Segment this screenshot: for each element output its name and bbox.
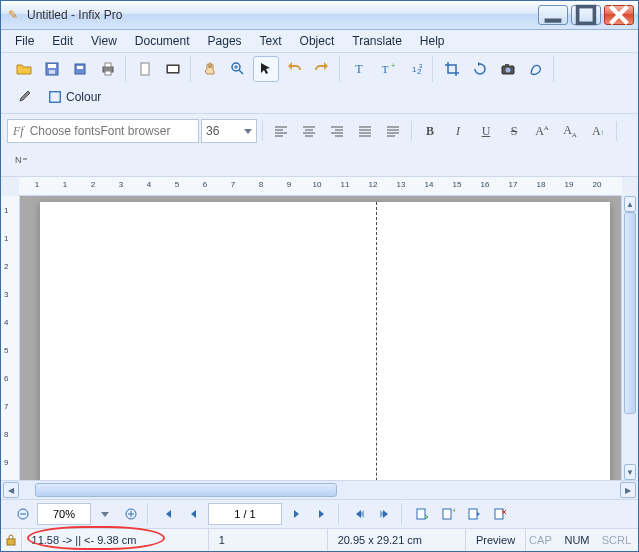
vertical-guide[interactable] <box>376 202 377 480</box>
bold-button[interactable]: B <box>417 118 443 144</box>
ruler-horizontal[interactable]: 11234567891011121314151617181920 <box>19 177 622 196</box>
menu-translate[interactable]: Translate <box>344 32 410 50</box>
svg-rect-56 <box>417 509 425 519</box>
history-back-button[interactable] <box>347 503 371 525</box>
page-landscape-button[interactable] <box>160 56 186 82</box>
crop-tool-button[interactable] <box>439 56 465 82</box>
history-forward-button[interactable] <box>373 503 397 525</box>
svg-rect-1 <box>578 7 595 24</box>
page-delete-button[interactable] <box>488 503 512 525</box>
svg-text:N: N <box>15 155 22 165</box>
menu-view[interactable]: View <box>83 32 125 50</box>
menu-text[interactable]: Text <box>252 32 290 50</box>
menu-document[interactable]: Document <box>127 32 198 50</box>
hyphenation-button[interactable]: N <box>7 146 33 172</box>
ruler-vertical[interactable]: 1123456789101112 <box>1 196 20 480</box>
open-button[interactable] <box>11 56 37 82</box>
page-portrait-button[interactable] <box>132 56 158 82</box>
menu-pages[interactable]: Pages <box>200 32 250 50</box>
superscript-button[interactable]: AA <box>529 118 555 144</box>
font-placeholder: Choose fontsFont browser <box>30 124 193 138</box>
shape-tool-button[interactable] <box>523 56 549 82</box>
svg-text:+: + <box>391 62 395 69</box>
scroll-thumb-v[interactable] <box>624 212 636 414</box>
svg-text:T: T <box>355 62 363 76</box>
scrollbar-horizontal[interactable]: ◀ ▶ <box>1 480 638 499</box>
menu-edit[interactable]: Edit <box>44 32 81 50</box>
zoom-tool-button[interactable] <box>225 56 251 82</box>
underline-button[interactable]: U <box>473 118 499 144</box>
page-value: 1 / 1 <box>234 508 255 520</box>
status-num: NUM <box>561 529 598 551</box>
italic-button[interactable]: I <box>445 118 471 144</box>
text-linked-button[interactable]: 123 <box>402 56 428 82</box>
save-button[interactable] <box>39 56 65 82</box>
scroll-up-button[interactable]: ▲ <box>624 196 636 212</box>
font-size-up-button[interactable]: A↑ <box>585 118 611 144</box>
maximize-button[interactable] <box>571 5 601 25</box>
save-copy-button[interactable] <box>67 56 93 82</box>
last-page-button[interactable] <box>310 503 334 525</box>
next-page-button[interactable] <box>284 503 308 525</box>
subscript-button[interactable]: AA <box>557 118 583 144</box>
toolbar-main: T T+ 123 Colour <box>1 53 638 114</box>
scrollbar-vertical[interactable]: ▲ ▼ <box>621 196 638 480</box>
align-justify-button[interactable] <box>352 118 378 144</box>
svg-rect-5 <box>48 64 56 68</box>
align-full-button[interactable] <box>380 118 406 144</box>
undo-button[interactable] <box>281 56 307 82</box>
svg-text:T: T <box>382 63 389 75</box>
scroll-thumb-h[interactable] <box>35 483 337 497</box>
page-field[interactable]: 1 / 1 <box>208 503 282 525</box>
svg-rect-11 <box>105 71 111 75</box>
print-button[interactable] <box>95 56 121 82</box>
redo-button[interactable] <box>309 56 335 82</box>
zoom-out-button[interactable] <box>11 503 35 525</box>
font-size-combo[interactable]: 36 <box>201 119 257 143</box>
eyedropper-button[interactable] <box>11 84 37 110</box>
strike-button[interactable]: S <box>501 118 527 144</box>
scroll-left-button[interactable]: ◀ <box>3 482 19 498</box>
align-center-button[interactable] <box>296 118 322 144</box>
zoom-in-button[interactable] <box>119 503 143 525</box>
page[interactable] <box>40 202 610 480</box>
hand-tool-button[interactable] <box>197 56 223 82</box>
statusbar: 11.58 -> || <- 9.38 cm 1 20.95 x 29.21 c… <box>1 528 638 551</box>
canvas[interactable] <box>20 196 621 480</box>
page-next-button[interactable] <box>462 503 486 525</box>
titlebar: ✎ Untitled - Infix Pro <box>1 1 638 30</box>
font-combo[interactable]: Ff Choose fontsFont browser <box>7 119 199 143</box>
font-size-value: 36 <box>206 124 219 138</box>
prev-page-button[interactable] <box>182 503 206 525</box>
close-button[interactable] <box>604 5 634 25</box>
first-page-button[interactable] <box>156 503 180 525</box>
status-scrl: SCRL <box>599 529 638 551</box>
app-icon: ✎ <box>5 7 21 23</box>
reflow-button[interactable] <box>410 503 434 525</box>
svg-rect-10 <box>105 63 111 67</box>
svg-rect-6 <box>49 70 55 74</box>
zoom-dropdown-button[interactable] <box>93 503 117 525</box>
menu-file[interactable]: File <box>7 32 42 50</box>
minimize-button[interactable] <box>538 5 568 25</box>
colour-button[interactable]: Colour <box>39 84 110 110</box>
camera-tool-button[interactable] <box>495 56 521 82</box>
svg-text:+: + <box>452 507 455 515</box>
menu-object[interactable]: Object <box>292 32 343 50</box>
text-plus-button[interactable]: T+ <box>374 56 400 82</box>
scroll-right-button[interactable]: ▶ <box>620 482 636 498</box>
menu-help[interactable]: Help <box>412 32 453 50</box>
align-right-button[interactable] <box>324 118 350 144</box>
rotate-tool-button[interactable] <box>467 56 493 82</box>
page-add-button[interactable]: + <box>436 503 460 525</box>
status-preview[interactable]: Preview <box>466 529 526 551</box>
svg-rect-57 <box>443 509 451 519</box>
text-tool-button[interactable]: T <box>346 56 372 82</box>
svg-text:3: 3 <box>419 63 423 69</box>
pointer-tool-button[interactable] <box>253 56 279 82</box>
lock-icon[interactable] <box>1 529 22 551</box>
zoom-field[interactable]: 70% <box>37 503 91 525</box>
scroll-down-button[interactable]: ▼ <box>624 464 636 480</box>
svg-rect-8 <box>77 66 83 69</box>
align-left-button[interactable] <box>268 118 294 144</box>
